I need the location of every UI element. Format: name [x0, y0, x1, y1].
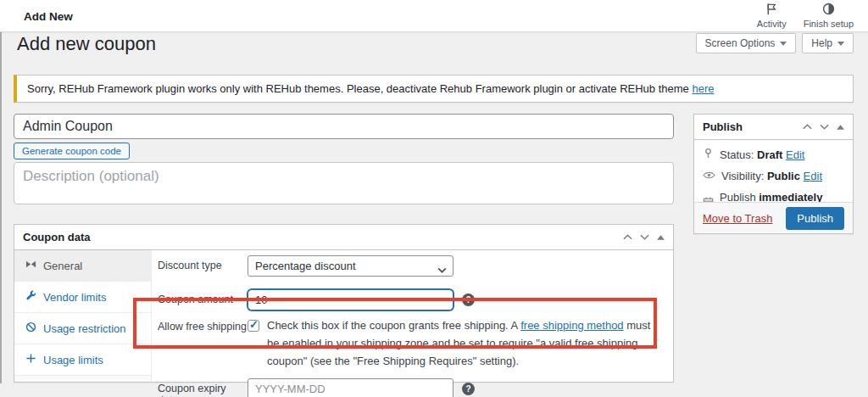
activity-button[interactable]: Activity: [757, 3, 787, 29]
eye-icon: [703, 170, 715, 182]
coupon-description-textarea[interactable]: [14, 162, 674, 204]
coupon-data-header: Coupon data: [14, 225, 673, 250]
visibility-edit-link[interactable]: Edit: [804, 170, 822, 182]
free-shipping-row: Allow free shipping Check this box if th…: [158, 316, 673, 370]
notice-text: Sorry, REHub Framework plugin works only…: [27, 82, 692, 95]
plugin-warning-notice: Sorry, REHub Framework plugin works only…: [14, 75, 854, 103]
toggle-panel-icon[interactable]: [837, 125, 844, 130]
screen-options-label: Screen Options: [705, 37, 776, 49]
coupon-data-title: Coupon data: [23, 231, 90, 243]
help-label: Help: [811, 37, 832, 49]
flag-icon: [765, 3, 778, 18]
free-shipping-method-link[interactable]: free shipping method: [520, 319, 623, 332]
help-icon[interactable]: [462, 294, 475, 306]
admin-menu-edge: [0, 0, 2, 383]
ticket-icon: [25, 259, 36, 272]
publish-panel: Publish Status: Draft Edit Visibility: P…: [693, 114, 854, 234]
discount-type-label: Discount type: [158, 255, 248, 271]
screen-options-button[interactable]: Screen Options: [696, 33, 797, 53]
discount-type-row: Discount type Percentage discount: [158, 255, 673, 277]
pin-icon: [703, 148, 714, 161]
plus-icon: [25, 353, 36, 366]
visibility-row: Visibility: Public Edit: [703, 170, 844, 182]
help-icon[interactable]: [462, 383, 475, 395]
tab-vendor-limits-label: Vendor limits: [43, 291, 106, 304]
chevron-down-icon: [780, 42, 787, 46]
topbar-actions: Activity Finish setup: [757, 3, 854, 29]
tab-usage-restriction-label: Usage restriction: [43, 322, 126, 335]
page-title: Add new coupon: [17, 33, 156, 55]
tab-usage-restriction[interactable]: Usage restriction: [14, 313, 151, 344]
generate-coupon-code-button[interactable]: Generate coupon code: [14, 143, 130, 159]
finish-setup-button[interactable]: Finish setup: [804, 3, 854, 29]
coupon-amount-label: Coupon amount: [158, 289, 248, 305]
finish-setup-label: Finish setup: [804, 19, 854, 29]
free-shipping-description: Check this box if the coupon grants free…: [267, 316, 655, 370]
free-shipping-text: Check this box if the coupon grants free…: [267, 319, 520, 332]
publish-footer: Move to Trash Publish: [694, 202, 853, 233]
notice-here-link[interactable]: here: [692, 82, 714, 95]
coupon-expiry-label: Coupon expiry date: [158, 378, 248, 397]
tab-general[interactable]: General: [14, 250, 151, 282]
help-button[interactable]: Help: [802, 33, 854, 53]
no-entry-icon: [25, 322, 36, 335]
half-circle-icon: [822, 3, 835, 18]
coupon-amount-row: Coupon amount: [158, 289, 673, 310]
discount-type-select[interactable]: Percentage discount: [248, 255, 453, 277]
screen-meta-links: Screen Options Help: [696, 33, 854, 53]
chevron-down-icon: [837, 42, 844, 46]
coupon-title-input[interactable]: [14, 114, 674, 139]
publish-title: Publish: [703, 120, 743, 133]
coupon-expiry-row: Coupon expiry date: [158, 378, 673, 397]
coupon-data-panel: Coupon data General Vendor limits Usage …: [14, 224, 674, 383]
free-shipping-checkbox[interactable]: [248, 320, 259, 332]
visibility-value: Public: [767, 170, 800, 182]
status-value: Draft: [757, 148, 782, 161]
coupon-data-fields: Discount type Percentage discount Coupon…: [152, 250, 673, 382]
activity-label: Activity: [757, 19, 787, 29]
tab-usage-limits-label: Usage limits: [43, 354, 103, 366]
visibility-prefix: Visibility:: [721, 170, 767, 182]
move-to-trash-link[interactable]: Move to Trash: [703, 212, 772, 225]
coupon-data-tabs: General Vendor limits Usage restriction …: [14, 250, 152, 382]
tab-usage-limits[interactable]: Usage limits: [14, 344, 151, 376]
move-up-icon[interactable]: [623, 234, 632, 240]
status-row: Status: Draft Edit: [703, 148, 844, 161]
topbar: Add New Activity Finish setup: [0, 0, 868, 32]
toggle-panel-icon[interactable]: [657, 235, 665, 240]
status-prefix: Status:: [720, 148, 757, 161]
free-shipping-label: Allow free shipping: [158, 316, 248, 333]
publish-button[interactable]: Publish: [786, 207, 844, 230]
publish-header: Publish: [694, 115, 853, 140]
coupon-amount-input[interactable]: [248, 289, 453, 310]
status-edit-link[interactable]: Edit: [786, 148, 804, 161]
move-down-icon[interactable]: [820, 124, 829, 130]
coupon-expiry-input[interactable]: [248, 378, 453, 397]
tab-general-label: General: [43, 260, 82, 272]
topbar-page-title: Add New: [24, 10, 73, 23]
tab-vendor-limits[interactable]: Vendor limits: [14, 282, 151, 313]
move-up-icon[interactable]: [803, 124, 812, 130]
move-down-icon[interactable]: [640, 234, 649, 240]
wrench-icon: [25, 290, 36, 304]
